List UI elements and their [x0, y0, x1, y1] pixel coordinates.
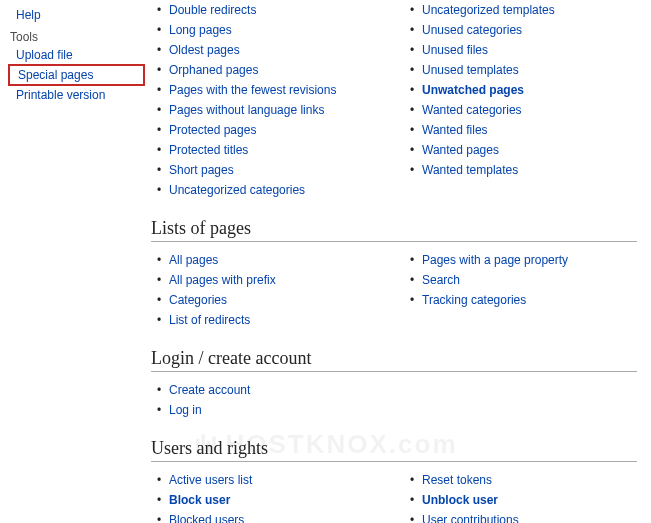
- wiki-link[interactable]: Pages with the fewest revisions: [169, 83, 336, 97]
- list-item: Create account: [169, 380, 384, 400]
- heading-lists-of-pages: Lists of pages: [151, 218, 637, 242]
- wiki-link[interactable]: Uncategorized categories: [169, 183, 305, 197]
- heading-login-create-account: Login / create account: [151, 348, 637, 372]
- list-item: Unused files: [422, 40, 637, 60]
- wiki-link[interactable]: Pages without language links: [169, 103, 324, 117]
- wiki-link[interactable]: All pages: [169, 253, 218, 267]
- wiki-link[interactable]: Double redirects: [169, 3, 256, 17]
- list-item: Log in: [169, 400, 384, 420]
- list-item: Wanted templates: [422, 160, 637, 180]
- list-item: Categories: [169, 290, 384, 310]
- wiki-link[interactable]: Blocked users: [169, 513, 244, 523]
- list-item: Search: [422, 270, 637, 290]
- wiki-link[interactable]: Short pages: [169, 163, 234, 177]
- list-item: Oldest pages: [169, 40, 384, 60]
- list-item: Block user: [169, 490, 384, 510]
- wiki-link[interactable]: Orphaned pages: [169, 63, 258, 77]
- wiki-link[interactable]: Unblock user: [422, 493, 498, 507]
- list-item: Blocked users: [169, 510, 384, 523]
- list-item: Uncategorized templates: [422, 0, 637, 20]
- sidebar: Help Tools Upload file Special pages Pri…: [0, 0, 145, 523]
- sidebar-link-help[interactable]: Help: [8, 6, 145, 24]
- list-item: All pages: [169, 250, 384, 270]
- list-item: Protected titles: [169, 140, 384, 160]
- list-item: User contributions: [422, 510, 637, 523]
- sidebar-heading-tools: Tools: [8, 24, 145, 46]
- wiki-link[interactable]: Uncategorized templates: [422, 3, 555, 17]
- wiki-link[interactable]: Categories: [169, 293, 227, 307]
- wiki-link[interactable]: Log in: [169, 403, 202, 417]
- list-item: Orphaned pages: [169, 60, 384, 80]
- wiki-link[interactable]: Unused categories: [422, 23, 522, 37]
- list-item: Long pages: [169, 20, 384, 40]
- wiki-link[interactable]: All pages with prefix: [169, 273, 276, 287]
- list-item: Wanted categories: [422, 100, 637, 120]
- list-item: Double redirects: [169, 0, 384, 20]
- list-item: Active users list: [169, 470, 384, 490]
- highlight-special-pages: Special pages: [8, 64, 145, 86]
- sidebar-link-printable-version[interactable]: Printable version: [8, 86, 145, 104]
- wiki-link[interactable]: Create account: [169, 383, 250, 397]
- wiki-link[interactable]: Block user: [169, 493, 230, 507]
- heading-users-and-rights: Users and rights: [151, 438, 637, 462]
- sidebar-link-upload-file[interactable]: Upload file: [8, 46, 145, 64]
- section-maintenance-reports: Double redirectsLong pagesOldest pagesOr…: [151, 0, 637, 200]
- list-item: Pages with the fewest revisions: [169, 80, 384, 100]
- wiki-link[interactable]: Wanted files: [422, 123, 488, 137]
- list-item: Tracking categories: [422, 290, 637, 310]
- wiki-link[interactable]: Wanted pages: [422, 143, 499, 157]
- wiki-link[interactable]: Unused templates: [422, 63, 519, 77]
- list-item: Unblock user: [422, 490, 637, 510]
- wiki-link[interactable]: Wanted categories: [422, 103, 522, 117]
- wiki-link[interactable]: List of redirects: [169, 313, 250, 327]
- wiki-link[interactable]: Protected titles: [169, 143, 248, 157]
- wiki-link[interactable]: Search: [422, 273, 460, 287]
- wiki-link[interactable]: Oldest pages: [169, 43, 240, 57]
- wiki-link[interactable]: Long pages: [169, 23, 232, 37]
- wiki-link[interactable]: Wanted templates: [422, 163, 518, 177]
- list-item: All pages with prefix: [169, 270, 384, 290]
- wiki-link[interactable]: Unused files: [422, 43, 488, 57]
- list-item: Wanted files: [422, 120, 637, 140]
- sidebar-link-special-pages[interactable]: Special pages: [10, 66, 143, 84]
- wiki-link[interactable]: User contributions: [422, 513, 519, 523]
- list-item: Short pages: [169, 160, 384, 180]
- wiki-link[interactable]: Tracking categories: [422, 293, 526, 307]
- list-item: Unused templates: [422, 60, 637, 80]
- list-item: Pages with a page property: [422, 250, 637, 270]
- list-item: Protected pages: [169, 120, 384, 140]
- list-item: Uncategorized categories: [169, 180, 384, 200]
- wiki-link[interactable]: Active users list: [169, 473, 252, 487]
- wiki-link[interactable]: Pages with a page property: [422, 253, 568, 267]
- main-content: Double redirectsLong pagesOldest pagesOr…: [145, 0, 651, 523]
- list-item: Reset tokens: [422, 470, 637, 490]
- list-item: Pages without language links: [169, 100, 384, 120]
- list-item: Unwatched pages: [422, 80, 637, 100]
- wiki-link[interactable]: Unwatched pages: [422, 83, 524, 97]
- list-item: Wanted pages: [422, 140, 637, 160]
- wiki-link[interactable]: Reset tokens: [422, 473, 492, 487]
- list-item: List of redirects: [169, 310, 384, 330]
- list-item: Unused categories: [422, 20, 637, 40]
- wiki-link[interactable]: Protected pages: [169, 123, 256, 137]
